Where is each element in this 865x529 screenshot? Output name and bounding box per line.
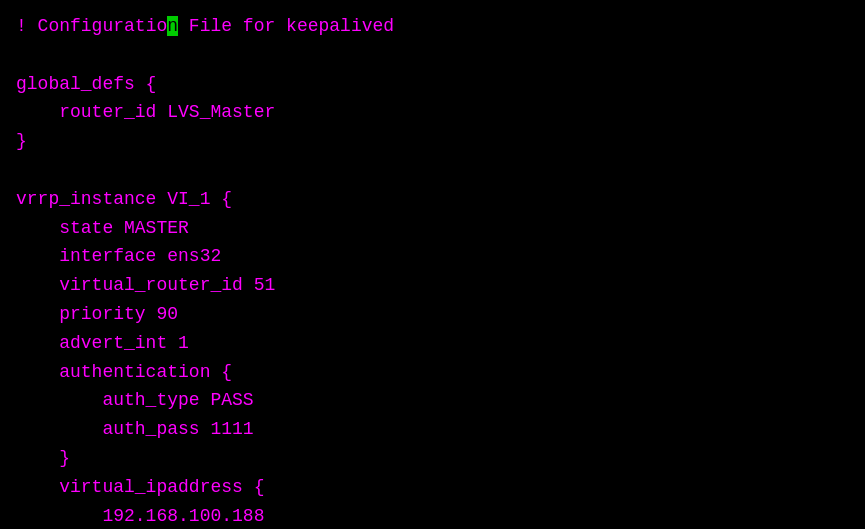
code-line-11: priority 90 <box>16 300 849 329</box>
code-line-5: } <box>16 127 849 156</box>
text-span: File for keepalived <box>178 16 394 36</box>
code-line-10: virtual_router_id 51 <box>16 271 849 300</box>
code-line-1: ! Configuration File for keepalived <box>16 12 849 41</box>
code-line-14: auth_type PASS <box>16 386 849 415</box>
highlight-char: n <box>167 16 178 36</box>
code-line-8: state MASTER <box>16 214 849 243</box>
code-line-16: } <box>16 444 849 473</box>
code-line-12: advert_int 1 <box>16 329 849 358</box>
code-line-4: router_id LVS_Master <box>16 98 849 127</box>
code-line-13: authentication { <box>16 358 849 387</box>
text-span: 192.168.100.188 <box>16 506 264 526</box>
code-line-18: 192.168.100.188 <box>16 502 849 529</box>
text-span: nfiguratio <box>59 16 167 36</box>
text-span: ! Co <box>16 16 59 36</box>
text-span: state MASTER <box>16 218 189 238</box>
text-span: priority 90 <box>16 304 178 324</box>
text-span: } <box>16 131 27 151</box>
text-span: interface ens32 <box>16 246 221 266</box>
code-line-3: global_defs { <box>16 70 849 99</box>
text-span: global_defs { <box>16 74 156 94</box>
text-span: router_id LVS_Master <box>16 102 275 122</box>
terminal-window: ! Configuration File for keepalived glob… <box>0 0 865 529</box>
text-span: } <box>16 448 70 468</box>
code-line-15: auth_pass 1111 <box>16 415 849 444</box>
text-span: virtual_router_id 51 <box>16 275 275 295</box>
text-span: auth_type PASS <box>16 390 254 410</box>
text-span: auth_pass 1111 <box>16 419 254 439</box>
text-span: virtual_ipaddress { <box>16 477 264 497</box>
code-line-7: vrrp_instance VI_1 { <box>16 185 849 214</box>
text-span: authentication { <box>16 362 232 382</box>
code-line-9: interface ens32 <box>16 242 849 271</box>
text-span: advert_int 1 <box>16 333 189 353</box>
empty-line-1 <box>16 41 849 70</box>
empty-line-2 <box>16 156 849 185</box>
code-line-17: virtual_ipaddress { <box>16 473 849 502</box>
text-span: vrrp_instance VI_1 { <box>16 189 232 209</box>
